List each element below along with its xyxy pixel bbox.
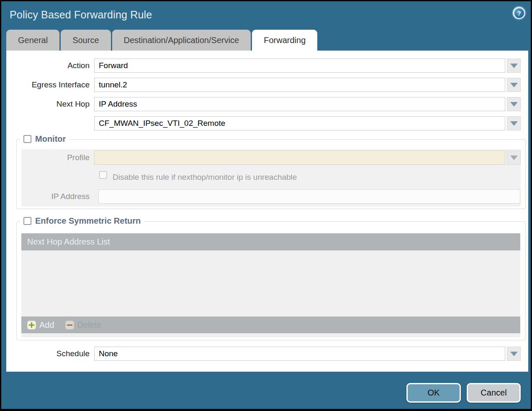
action-label: Action <box>6 59 90 73</box>
next-hop-type-dropdown-button[interactable] <box>507 97 521 111</box>
next-hop-address-dropdown-button[interactable] <box>507 116 521 130</box>
egress-interface-select[interactable]: tunnel.2 <box>94 78 505 92</box>
symmetric-return-checkbox[interactable] <box>23 217 31 225</box>
chevron-down-icon <box>510 352 518 356</box>
next-hop-address-list-body[interactable] <box>21 250 520 317</box>
next-hop-address-table: Next Hop Address List Add Delete <box>21 233 520 337</box>
monitor-legend-label: Monitor <box>35 134 66 144</box>
monitor-legend: Monitor <box>20 134 69 144</box>
egress-interface-dropdown-button[interactable] <box>507 78 521 92</box>
forwarding-tab-panel: Action Forward Egress Interface tunnel.2… <box>6 51 528 372</box>
next-hop-address-select[interactable]: CF_MWAN_IPsec_VTI_02_Remote <box>94 116 505 130</box>
chevron-down-icon <box>510 102 518 107</box>
profile-label: Profile <box>6 151 90 165</box>
profile-dropdown-button <box>507 151 521 165</box>
delete-button-label: Delete <box>77 320 102 330</box>
symmetric-return-legend-label: Enforce Symmetric Return <box>35 216 141 226</box>
tab-source[interactable]: Source <box>61 30 111 51</box>
profile-select <box>94 151 505 165</box>
tab-strip: General Source Destination/Application/S… <box>6 30 317 51</box>
next-hop-label: Next Hop <box>6 97 90 111</box>
monitor-checkbox[interactable] <box>23 135 31 143</box>
help-button[interactable]: ? <box>513 7 525 19</box>
title-bar: Policy Based Forwarding Rule ? <box>1 1 531 28</box>
next-hop-type-select[interactable]: IP Address <box>94 97 505 111</box>
ok-button[interactable]: OK <box>406 383 461 403</box>
schedule-dropdown-button[interactable] <box>507 347 521 361</box>
disable-rule-label: Disable this rule if nexthop/monitor ip … <box>113 173 297 182</box>
dialog-window: Policy Based Forwarding Rule ? General S… <box>1 1 531 409</box>
plus-icon <box>27 321 36 329</box>
cancel-button[interactable]: Cancel <box>467 383 521 403</box>
chevron-down-icon <box>510 156 518 160</box>
disable-rule-checkbox <box>99 171 107 179</box>
tab-general[interactable]: General <box>6 30 59 51</box>
tab-destination-application-service[interactable]: Destination/Application/Service <box>112 30 251 51</box>
minus-icon <box>65 321 74 329</box>
chevron-down-icon <box>510 64 518 68</box>
help-icon: ? <box>514 8 524 18</box>
schedule-label: Schedule <box>6 347 90 361</box>
table-bottom-strip <box>21 333 520 337</box>
add-button[interactable]: Add <box>27 320 54 330</box>
next-hop-address-list-header: Next Hop Address List <box>21 233 520 250</box>
tab-forwarding[interactable]: Forwarding <box>252 30 317 51</box>
chevron-down-icon <box>510 83 518 87</box>
egress-interface-label: Egress Interface <box>6 78 90 92</box>
action-dropdown-button[interactable] <box>507 59 521 73</box>
monitor-ip-address-label: IP Address <box>6 189 90 204</box>
add-button-label: Add <box>39 320 54 330</box>
delete-button: Delete <box>65 320 102 330</box>
symmetric-return-legend: Enforce Symmetric Return <box>20 216 144 226</box>
dialog-title: Policy Based Forwarding Rule <box>10 9 152 21</box>
schedule-select[interactable]: None <box>94 347 505 361</box>
chevron-down-icon <box>510 121 518 126</box>
action-select[interactable]: Forward <box>94 59 505 73</box>
next-hop-address-list-toolbar: Add Delete <box>21 317 520 333</box>
monitor-ip-address-input <box>98 189 520 204</box>
